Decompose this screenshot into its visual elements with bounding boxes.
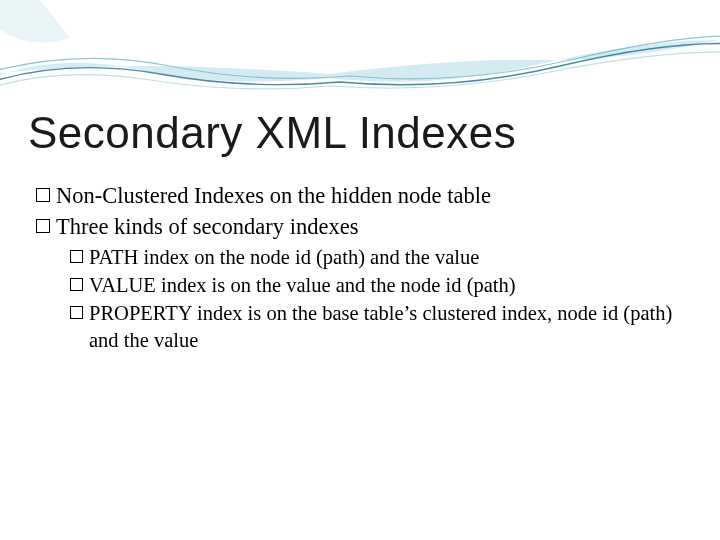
square-bullet-icon xyxy=(36,188,50,202)
bullet-text: PROPERTY index is on the base table’s cl… xyxy=(89,300,680,354)
wave-decoration xyxy=(0,0,720,120)
slide-content: Non-Clustered Indexes on the hidden node… xyxy=(36,182,680,355)
square-bullet-icon xyxy=(36,219,50,233)
bullet-level2: PATH index on the node id (path) and the… xyxy=(70,244,680,271)
bullet-text: PATH index on the node id (path) and the… xyxy=(89,244,479,271)
square-bullet-icon xyxy=(70,278,83,291)
slide: Secondary XML Indexes Non-Clustered Inde… xyxy=(0,0,720,540)
square-bullet-icon xyxy=(70,306,83,319)
bullet-level1: Three kinds of secondary indexes xyxy=(36,213,680,242)
bullet-level1: Non-Clustered Indexes on the hidden node… xyxy=(36,182,680,211)
bullet-level2: PROPERTY index is on the base table’s cl… xyxy=(70,300,680,354)
square-bullet-icon xyxy=(70,250,83,263)
bullet-text: Non-Clustered Indexes on the hidden node… xyxy=(56,182,491,211)
bullet-text: Three kinds of secondary indexes xyxy=(56,213,358,242)
bullet-text: VALUE index is on the value and the node… xyxy=(89,272,516,299)
slide-title: Secondary XML Indexes xyxy=(28,108,516,158)
bullet-level2: VALUE index is on the value and the node… xyxy=(70,272,680,299)
